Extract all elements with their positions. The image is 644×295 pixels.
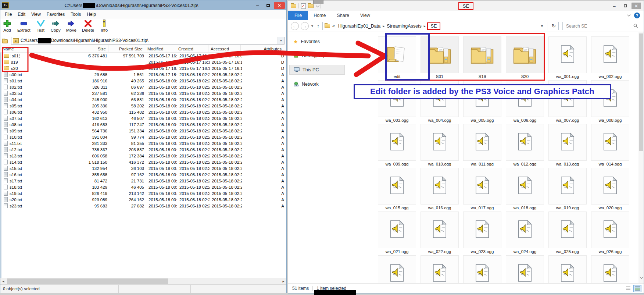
up-button[interactable]: ↑ bbox=[316, 23, 321, 29]
menu-file[interactable]: File bbox=[3, 12, 15, 17]
move-button[interactable]: Move bbox=[66, 19, 76, 32]
breadcrumb-item-current[interactable]: SE bbox=[427, 22, 441, 30]
column-header-modified[interactable]: Modified bbox=[145, 45, 176, 52]
column-header-accessed[interactable]: Accessed bbox=[208, 45, 241, 52]
minimize-button[interactable]: – bbox=[609, 3, 619, 9]
file-tile[interactable] bbox=[591, 255, 630, 283]
table-row[interactable]: s19.txt 826 419 213 142 2015-05-18 00:32… bbox=[1, 190, 286, 196]
file-tile[interactable] bbox=[505, 255, 544, 283]
table-row[interactable]: s17.txt 81 472 21 731 2015-05-18 00:32 2… bbox=[1, 178, 286, 184]
scroll-right-arrow[interactable]: ▸ bbox=[280, 278, 286, 284]
address-bar[interactable]: « HigurashiEp01_Data ▸ StreamingAssets ▸… bbox=[322, 22, 547, 30]
file-tile[interactable]: wa_017.ogg bbox=[463, 168, 502, 212]
table-row[interactable]: s20 580 093 725 543 383 966 2015-05-17 1… bbox=[1, 65, 286, 71]
column-header-name[interactable]: Name bbox=[0, 45, 87, 52]
file-tile[interactable]: wa_016.ogg bbox=[420, 168, 459, 212]
refresh-button[interactable]: ↻ bbox=[549, 22, 559, 30]
file-list-pane[interactable]: edit S01 S19 S20 wa_001.ogg wa_002.ogg w… bbox=[346, 32, 638, 283]
table-row[interactable]: s19 2015-05-17 16:15 2015-05-17 16:14 20… bbox=[1, 59, 286, 65]
info-button[interactable]: Info bbox=[100, 19, 109, 32]
scrollbar-thumb[interactable] bbox=[7, 278, 168, 284]
large-icons-view-button[interactable] bbox=[633, 285, 641, 292]
table-row[interactable]: s03.txt 237 581 62 336 2015-05-18 00:32 … bbox=[1, 90, 286, 96]
file-tile[interactable]: wa_002.ogg bbox=[591, 36, 630, 80]
table-row[interactable]: s12.txt 738 367 203 887 2015-05-18 00:32… bbox=[1, 146, 286, 153]
file-tile[interactable]: wa_026.ogg bbox=[591, 212, 630, 255]
scrollbar-thumb[interactable] bbox=[639, 33, 643, 151]
file-tile[interactable]: wa_024.ogg bbox=[505, 212, 544, 255]
back-button[interactable]: ← bbox=[291, 22, 299, 30]
table-row[interactable]: s06.txt 432 950 115 482 2015-05-18 00:32… bbox=[1, 109, 286, 115]
sidebar-item-homegroup[interactable]: Homegroup bbox=[288, 51, 346, 60]
file-tile[interactable]: wa_001.ogg bbox=[548, 36, 587, 80]
file-tile[interactable] bbox=[548, 255, 587, 283]
menu-help[interactable]: Help bbox=[85, 12, 100, 17]
tab-view[interactable]: View bbox=[355, 11, 376, 20]
scroll-left-arrow[interactable]: ◂ bbox=[0, 278, 6, 284]
column-header-packed-size[interactable]: Packed Size bbox=[108, 45, 145, 52]
table-row[interactable]: s13.txt 606 058 172 384 2015-05-18 00:32… bbox=[1, 153, 286, 159]
breadcrumb-item[interactable]: StreamingAssets bbox=[386, 24, 422, 29]
menu-tools[interactable]: Tools bbox=[68, 12, 85, 17]
sevenzip-address-input[interactable]: z C:\UsersDownloads\Higurashi\HigurashiP… bbox=[11, 37, 285, 45]
extract-button[interactable]: Extract bbox=[17, 19, 31, 32]
customize-qat-icon[interactable] bbox=[316, 4, 319, 7]
sevenzip-file-list[interactable]: s01 105 376 481 97 591 709 2015-05-17 16… bbox=[0, 53, 286, 278]
file-tile[interactable]: edit bbox=[378, 36, 416, 80]
menu-edit[interactable]: Edit bbox=[15, 12, 29, 17]
table-row[interactable]: s23.txt 95 683 27 082 2015-05-18 00:32 2… bbox=[1, 203, 286, 209]
copy-button[interactable]: Copy bbox=[51, 19, 61, 32]
file-tile[interactable]: S19 bbox=[463, 36, 502, 80]
sidebar-item-this-pc[interactable]: This PC bbox=[289, 65, 345, 75]
help-icon[interactable]: ? bbox=[634, 13, 640, 18]
search-input[interactable] bbox=[565, 23, 633, 29]
file-tile[interactable]: wa_022.ogg bbox=[420, 212, 459, 255]
breadcrumb-overflow[interactable]: « bbox=[331, 24, 336, 29]
sidebar-item-network[interactable]: Network bbox=[288, 79, 346, 89]
address-dropdown-button[interactable]: ▼ bbox=[278, 37, 284, 44]
test-button[interactable]: Test bbox=[36, 19, 45, 32]
table-row[interactable]: s01 105 376 481 97 591 709 2015-05-17 16… bbox=[1, 53, 286, 59]
add-button[interactable]: Add bbox=[3, 19, 12, 32]
file-tile[interactable] bbox=[463, 255, 502, 283]
sidebar-item-favorites[interactable]: ★ Favorites bbox=[288, 37, 346, 46]
file-tile[interactable]: wa_011.ogg bbox=[463, 124, 502, 168]
file-tile[interactable]: wa_012.ogg bbox=[505, 124, 544, 168]
file-tile[interactable]: wa_019.ogg bbox=[548, 168, 587, 212]
menu-favorites[interactable]: Favorites bbox=[44, 12, 68, 17]
file-tile[interactable]: wa_023.ogg bbox=[463, 212, 502, 255]
vertical-scrollbar[interactable] bbox=[638, 32, 644, 283]
tab-file[interactable]: File bbox=[288, 11, 308, 20]
file-tile[interactable]: S01 bbox=[420, 36, 459, 80]
file-tile[interactable]: wa_021.ogg bbox=[378, 212, 416, 255]
table-row[interactable]: s05.txt 205 336 58 202 2015-05-18 00:32 … bbox=[1, 103, 286, 109]
file-tile[interactable] bbox=[420, 255, 459, 283]
maximize-button[interactable] bbox=[620, 3, 630, 9]
menu-view[interactable]: View bbox=[29, 12, 44, 17]
table-row[interactable]: s16.txt 355 658 97 162 2015-05-18 00:32 … bbox=[1, 171, 286, 178]
sevenzip-titlebar[interactable]: 7z C:\Users\Downloads\Higurashi\Higurash… bbox=[0, 0, 286, 10]
table-row[interactable]: s14.txt 1 518 150 416 372 2015-05-18 00:… bbox=[1, 159, 286, 165]
maximize-button[interactable] bbox=[263, 2, 273, 9]
close-button[interactable]: ✕ bbox=[632, 3, 641, 9]
table-row[interactable]: s04.txt 248 900 66 881 2015-05-18 00:32 … bbox=[1, 96, 286, 103]
file-tile[interactable]: wa_010.ogg bbox=[420, 124, 459, 168]
column-header-created[interactable]: Created bbox=[176, 45, 208, 52]
table-row[interactable]: s01.txt 186 916 49 265 2015-05-18 00:32 … bbox=[1, 78, 286, 84]
minimize-button[interactable]: – bbox=[253, 2, 262, 9]
forward-button[interactable]: → bbox=[301, 22, 309, 30]
tab-share[interactable]: Share bbox=[332, 11, 355, 20]
close-button[interactable]: ✕ bbox=[274, 2, 285, 9]
tab-home[interactable]: Home bbox=[308, 11, 331, 20]
file-tile[interactable]: wa_015.ogg bbox=[378, 168, 416, 212]
table-row[interactable]: s02.txt 326 311 86 697 2015-05-18 00:32 … bbox=[1, 84, 286, 90]
search-box[interactable] bbox=[562, 22, 641, 30]
file-tile[interactable]: wa_018.ogg bbox=[505, 168, 544, 212]
explorer-titlebar[interactable]: SE – ✕ bbox=[288, 1, 644, 11]
breadcrumb-item[interactable]: HigurashiEp01_Data bbox=[337, 24, 382, 29]
recent-locations-icon[interactable]: ▼ bbox=[311, 24, 314, 28]
table-row[interactable]: s18.txt 183 429 46 405 2015-05-18 00:32 … bbox=[1, 184, 286, 190]
details-view-button[interactable] bbox=[624, 285, 632, 292]
file-tile[interactable] bbox=[378, 255, 416, 283]
horizontal-scrollbar[interactable]: ◂ ▸ bbox=[0, 278, 286, 284]
